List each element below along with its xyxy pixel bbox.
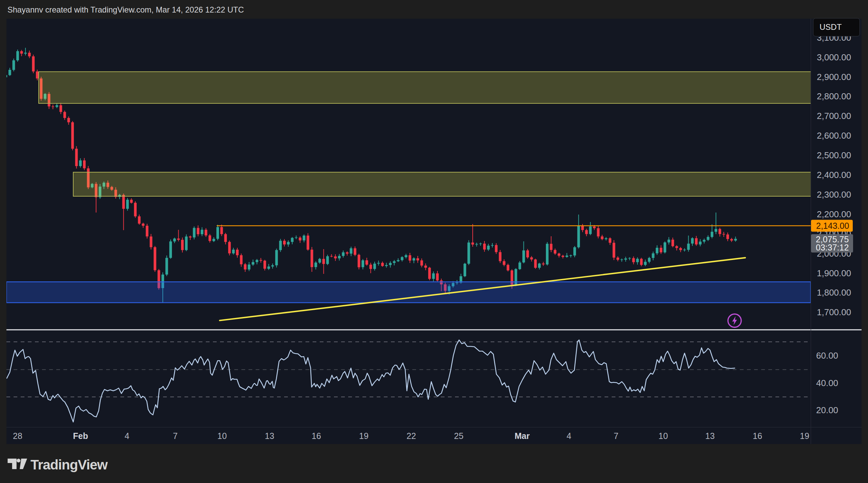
svg-text:40.00: 40.00	[816, 378, 838, 388]
svg-text:25: 25	[454, 431, 463, 441]
svg-text:4: 4	[125, 431, 130, 441]
svg-text:16: 16	[312, 431, 321, 441]
svg-text:16: 16	[753, 431, 762, 441]
svg-text:1,900.00: 1,900.00	[817, 268, 851, 278]
svg-text:USDT: USDT	[820, 22, 842, 32]
svg-text:Feb: Feb	[73, 431, 88, 441]
svg-text:2,700.00: 2,700.00	[817, 111, 851, 121]
svg-text:1,800.00: 1,800.00	[817, 287, 851, 298]
svg-text:19: 19	[359, 431, 369, 441]
svg-text:20.00: 20.00	[816, 405, 838, 415]
svg-text:28: 28	[13, 431, 22, 441]
svg-text:03:37:12: 03:37:12	[816, 243, 849, 252]
svg-text:10: 10	[217, 431, 227, 441]
svg-text:2,800.00: 2,800.00	[817, 91, 851, 101]
svg-text:2,500.00: 2,500.00	[817, 150, 851, 160]
svg-text:Shayannv created with TradingV: Shayannv created with TradingView.com, M…	[7, 5, 244, 14]
svg-text:7: 7	[614, 431, 618, 441]
svg-text:2,143.00: 2,143.00	[816, 221, 849, 230]
svg-text:Mar: Mar	[515, 431, 530, 441]
svg-text:19: 19	[800, 431, 809, 441]
svg-text:2,900.00: 2,900.00	[817, 72, 851, 82]
svg-text:13: 13	[265, 431, 274, 441]
svg-text:2,600.00: 2,600.00	[817, 130, 851, 141]
svg-text:2,300.00: 2,300.00	[817, 189, 851, 200]
svg-text:60.00: 60.00	[816, 350, 838, 361]
svg-text:4: 4	[567, 431, 571, 441]
svg-text:7: 7	[173, 431, 178, 441]
svg-text:1,700.00: 1,700.00	[817, 307, 851, 317]
svg-text:2,400.00: 2,400.00	[817, 170, 851, 180]
svg-text:10: 10	[658, 431, 668, 441]
svg-text:2,200.00: 2,200.00	[817, 209, 851, 219]
svg-text:3,000.00: 3,000.00	[817, 52, 851, 62]
svg-text:13: 13	[705, 431, 715, 441]
svg-text:22: 22	[407, 431, 416, 441]
svg-text:TradingView: TradingView	[31, 457, 108, 472]
